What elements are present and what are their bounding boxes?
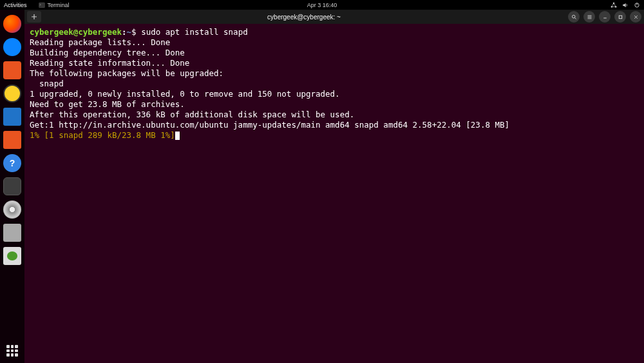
clock[interactable]: Apr 3 16:40 [307, 2, 337, 8]
dock: ? [0, 10, 24, 363]
status-area[interactable] [611, 2, 640, 8]
close-icon [633, 14, 639, 20]
dock-terminal[interactable] [3, 177, 21, 195]
maximize-icon [618, 14, 623, 20]
terminal-body[interactable]: cybergeek@cybergeek:~$ sudo apt install … [24, 24, 644, 363]
output-line: snapd [30, 79, 64, 88]
dock-firefox[interactable] [3, 15, 21, 33]
prompt-dollar: $ [131, 27, 141, 37]
window-title: cybergeek@cybergeek: ~ [44, 14, 564, 21]
dock-files[interactable] [3, 61, 21, 79]
minimize-icon [602, 14, 608, 20]
network-icon [611, 2, 617, 8]
search-button[interactable] [568, 11, 580, 23]
menu-button[interactable] [583, 11, 595, 23]
output-line: 1 upgraded, 0 newly installed, 0 to remo… [30, 89, 340, 99]
output-line: Reading package lists... Done [30, 37, 170, 47]
prompt-path: ~ [127, 27, 132, 37]
prompt-colon: : [122, 27, 127, 37]
cursor [175, 132, 180, 140]
close-button[interactable] [630, 11, 641, 23]
dock-rhythmbox[interactable] [3, 84, 21, 103]
dock-removable-drive[interactable] [3, 224, 21, 242]
output-line: After this operation, 336 kB of addition… [30, 110, 354, 119]
minimize-button[interactable] [599, 11, 611, 23]
progress-line: 1% [1 snapd 289 kB/23.8 MB 1%] [30, 130, 175, 140]
dock-libreoffice-writer[interactable] [3, 108, 21, 126]
dock-ubuntu-software[interactable] [3, 131, 21, 149]
power-icon [634, 2, 640, 8]
output-line: Building dependency tree... Done [30, 48, 185, 57]
dock-thunderbird[interactable] [3, 38, 21, 56]
dock-disk[interactable] [3, 201, 21, 219]
search-icon [571, 14, 577, 20]
output-line: Get:1 http://in.archive.ubuntu.com/ubunt… [30, 120, 509, 130]
activities-button[interactable]: Activities [4, 2, 27, 8]
dock-show-apps[interactable] [6, 345, 18, 357]
output-line: Need to get 23.8 MB of archives. [30, 99, 185, 109]
top-panel: Activities Terminal Apr 3 16:40 [0, 0, 644, 10]
plus-icon [31, 14, 37, 20]
svg-line-7 [574, 17, 576, 19]
command-text: sudo apt install snapd [141, 27, 248, 37]
terminal-window: cybergeek@cybergeek: ~ cybergeek@cyberge… [24, 10, 644, 363]
titlebar: cybergeek@cybergeek: ~ [24, 10, 644, 24]
app-menu[interactable]: Terminal [39, 2, 70, 8]
svg-point-6 [572, 15, 575, 18]
dock-help[interactable]: ? [3, 154, 21, 172]
volume-icon [622, 2, 629, 8]
output-line: The following packages will be upgraded: [30, 68, 223, 78]
maximize-button[interactable] [614, 11, 626, 23]
terminal-small-icon [39, 2, 45, 8]
svg-rect-0 [39, 3, 44, 8]
new-tab-button[interactable] [27, 11, 41, 23]
svg-rect-12 [619, 15, 622, 19]
app-menu-label: Terminal [48, 2, 70, 8]
prompt-user: cybergeek@cybergeek [30, 27, 122, 37]
hamburger-icon [587, 14, 592, 20]
dock-trash[interactable] [3, 247, 21, 265]
output-line: Reading state information... Done [30, 58, 189, 68]
